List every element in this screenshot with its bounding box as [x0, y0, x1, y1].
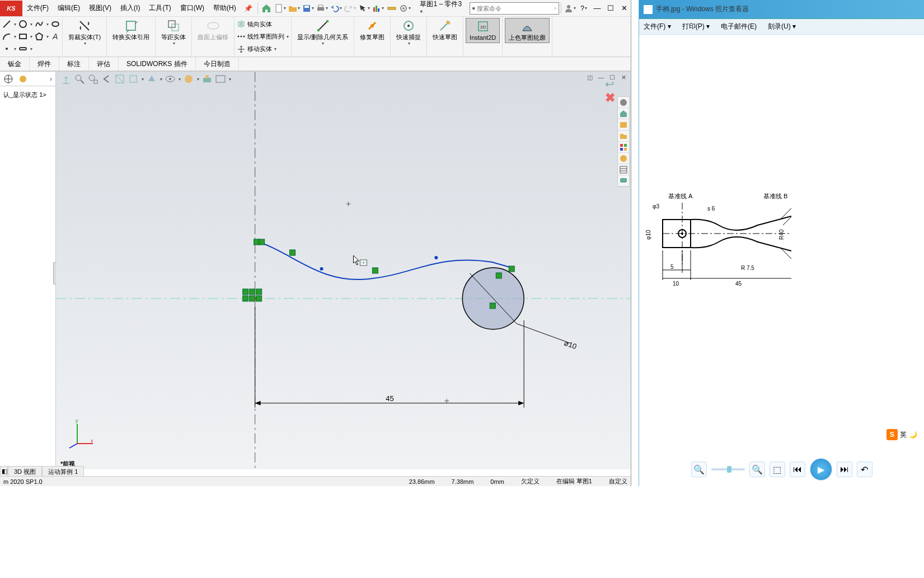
tab-evaluate[interactable]: 评估 — [89, 57, 119, 71]
dim-diameter[interactable]: ⌀10 — [563, 339, 578, 351]
pv-menubar: 文件(F) ▾ 打印(P) ▾ 电子邮件(E) 刻录(U) ▾ — [639, 19, 924, 35]
instant2d-button[interactable]: 2DInstant2D — [466, 18, 500, 43]
feature-tree-icon[interactable] — [3, 74, 13, 84]
svg-text:10: 10 — [673, 281, 679, 287]
svg-rect-3 — [317, 7, 324, 11]
svg-text:基准线 A: 基准线 A — [668, 193, 693, 199]
pv-prev-icon[interactable]: ⏮ — [790, 462, 805, 477]
save-icon[interactable]: ▾ — [302, 2, 314, 15]
offset-button[interactable]: 等距实体▾ — [158, 18, 189, 47]
menu-file[interactable]: 文件(F) — [22, 3, 53, 13]
relations-button[interactable]: 显示/删除几何关系▾ — [294, 18, 351, 47]
pv-slideshow-icon[interactable]: ▶ — [810, 458, 832, 481]
move-button[interactable]: 移动实体▾ — [237, 45, 289, 54]
tab-sheetmetal[interactable]: 钣金 — [0, 57, 30, 71]
search-box[interactable] — [470, 2, 559, 15]
minimize-button[interactable]: — — [590, 3, 604, 14]
convert-button[interactable]: 转换实体引用 — [109, 18, 153, 42]
svg-point-12 — [554, 7, 556, 9]
ime-indicator[interactable]: S 英 🌙 — [887, 429, 917, 440]
menu-view[interactable]: 视图(V) — [85, 3, 116, 13]
tab-motion[interactable]: 运动算例 1 — [42, 466, 84, 477]
menu-edit[interactable]: 编辑(E) — [53, 3, 85, 13]
print-icon[interactable]: ▾ — [316, 2, 328, 15]
pv-zoom-slider[interactable] — [711, 468, 745, 470]
tab-todaymfg[interactable]: 今日制造 — [196, 57, 239, 71]
tab-weldments[interactable]: 焊件 — [30, 57, 59, 71]
menu-window[interactable]: 窗口(W) — [176, 3, 209, 13]
circle-icon[interactable] — [18, 20, 27, 29]
trim-button[interactable]: 剪裁实体(T)▾ — [65, 18, 104, 47]
point-icon[interactable] — [2, 44, 11, 53]
pv-rotate-ccw-icon[interactable]: ↶ — [857, 462, 873, 477]
menu-insert[interactable]: 插入(I) — [116, 3, 144, 13]
svg-point-26 — [208, 22, 219, 29]
pv-menu-burn[interactable]: 刻录(U) ▾ — [768, 22, 796, 31]
reference-drawing: 基准线 A 基准线 B φ3 φ10 s 6 5 10 — [646, 192, 791, 298]
ruler-icon[interactable] — [386, 2, 397, 15]
help-icon[interactable]: ?▾ — [578, 2, 589, 15]
redo-icon[interactable]: ▾ — [344, 2, 356, 15]
arc-icon[interactable] — [2, 32, 11, 41]
svg-rect-80 — [490, 303, 495, 309]
pv-next-icon[interactable]: ⏭ — [837, 462, 852, 477]
solidworks-window: KS 文件(F) 编辑(E) 视图(V) 插入(I) 工具(T) 窗口(W) 帮… — [0, 0, 631, 486]
document-title: 草图1 – 零件3 * — [412, 0, 470, 17]
svg-line-90 — [69, 444, 77, 448]
svg-rect-86 — [256, 296, 262, 301]
rapidsketch-button[interactable]: 快速草图 — [429, 18, 461, 42]
undo-icon[interactable]: ▾ — [330, 2, 342, 15]
tab-annotate[interactable]: 标注 — [59, 57, 89, 71]
graphics-area[interactable]: ▾ ▾ ▾ ▾ ▾ ◫ — ☐ ✕ ↩ ✖ — [56, 72, 631, 469]
quicksnap-button[interactable]: 快速捕捉▾ — [393, 18, 424, 47]
line-icon[interactable] — [2, 20, 11, 29]
pv-zoom-out-icon[interactable]: 🔍 — [691, 462, 707, 477]
spline-icon[interactable] — [35, 20, 44, 29]
pv-menu-print[interactable]: 打印(P) ▾ — [682, 22, 710, 31]
tab-addins[interactable]: SOLIDWORKS 插件 — [119, 57, 196, 71]
tree-expand-icon[interactable]: › — [50, 75, 52, 83]
home-icon[interactable] — [261, 2, 272, 15]
shaded-button[interactable]: 上色草图轮廓 — [505, 18, 550, 43]
search-input[interactable] — [477, 5, 554, 12]
ellipse-icon[interactable] — [51, 20, 60, 29]
pv-image-area[interactable]: 基准线 A 基准线 B φ3 φ10 s 6 5 10 — [639, 35, 924, 427]
mirror-button[interactable]: 镜向实体 — [237, 20, 289, 29]
model-tab-icon[interactable]: ◧ — [0, 466, 8, 477]
slot-icon[interactable] — [18, 44, 27, 53]
orientation-triad[interactable]: y x — [66, 416, 94, 449]
menu-tools[interactable]: 工具(T) — [144, 3, 175, 13]
pv-titlebar[interactable]: 手柄.jpg - Windows 照片查看器 — [639, 0, 924, 19]
svg-point-17 — [52, 22, 59, 26]
new-icon[interactable]: ▾ — [274, 2, 286, 15]
menu-help[interactable]: 帮助(H) — [209, 3, 241, 13]
rect-icon[interactable] — [18, 32, 27, 41]
select-icon[interactable]: ▾ — [358, 2, 370, 15]
svg-point-28 — [241, 36, 242, 38]
sketch-canvas[interactable]: ⌀10 45 — [56, 72, 631, 469]
repair-button[interactable]: 修复草图 — [357, 18, 388, 42]
dim-45[interactable]: 45 — [386, 394, 393, 403]
open-icon[interactable]: ▾ — [288, 2, 300, 15]
user-icon[interactable]: ▾ — [564, 2, 576, 15]
maximize-button[interactable]: ☐ — [604, 3, 617, 14]
search-icon[interactable] — [554, 4, 557, 12]
pv-fit-icon[interactable]: ⬚ — [770, 462, 785, 477]
pv-menu-email[interactable]: 电子邮件(E) — [721, 22, 757, 31]
pattern-button[interactable]: 线性草图阵列▾ — [237, 32, 289, 41]
tab-3dview[interactable]: 3D 视图 — [8, 466, 42, 477]
close-button[interactable]: ✕ — [617, 3, 631, 14]
pin-icon[interactable]: 📌 — [241, 4, 256, 12]
text-icon[interactable]: A — [51, 32, 60, 41]
svg-point-33 — [370, 24, 374, 27]
svg-rect-8 — [388, 7, 396, 10]
config-tree-icon[interactable] — [18, 74, 28, 84]
options-icon[interactable]: ▾ — [399, 2, 411, 15]
svg-marker-19 — [36, 33, 43, 40]
pv-zoom-in-icon[interactable]: 🔍 — [749, 462, 765, 477]
polygon-icon[interactable] — [35, 32, 44, 41]
display-state-node[interactable]: 认_显示状态 1> — [3, 90, 52, 100]
pv-menu-file[interactable]: 文件(F) ▾ — [644, 22, 671, 31]
svg-rect-31 — [317, 29, 320, 31]
rebuild-icon[interactable]: ▾ — [372, 2, 384, 15]
